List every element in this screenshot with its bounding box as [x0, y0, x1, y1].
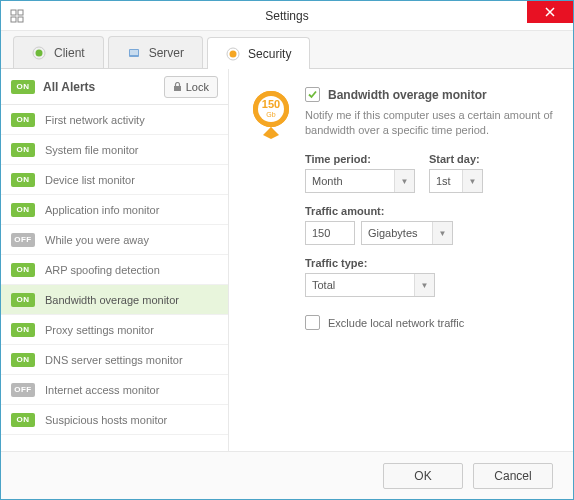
sidebar-item[interactable]: ONApplication info monitor	[1, 195, 228, 225]
traffic-unit-value: Gigabytes	[368, 227, 418, 239]
svg-rect-7	[130, 50, 138, 55]
item-label: Device list monitor	[45, 174, 135, 186]
tab-label: Security	[248, 47, 291, 61]
item-toggle[interactable]: ON	[11, 413, 35, 427]
item-toggle[interactable]: OFF	[11, 383, 35, 397]
sidebar: ON All Alerts Lock ONFirst network activ…	[1, 69, 229, 451]
item-label: Suspicious hosts monitor	[45, 414, 167, 426]
sidebar-item[interactable]: ONARP spoofing detection	[1, 255, 228, 285]
chevron-down-icon: ▼	[462, 170, 482, 192]
tab-client[interactable]: Client	[13, 36, 104, 68]
exclude-label: Exclude local network traffic	[328, 317, 464, 329]
detail-panel: 150 Gb Bandwidth overage monitor Notify …	[229, 69, 573, 451]
tab-label: Client	[54, 46, 85, 60]
enable-label: Bandwidth overage monitor	[328, 88, 487, 102]
item-label: Application info monitor	[45, 204, 159, 216]
sidebar-item[interactable]: ONDNS server settings monitor	[1, 345, 228, 375]
content-area: ON All Alerts Lock ONFirst network activ…	[1, 69, 573, 451]
traffic-amount-label: Traffic amount:	[305, 205, 553, 217]
sidebar-item[interactable]: ONDevice list monitor	[1, 165, 228, 195]
close-button[interactable]	[527, 1, 573, 23]
svg-point-5	[36, 49, 43, 56]
svg-rect-1	[18, 10, 23, 15]
svg-text:Gb: Gb	[266, 111, 275, 118]
sidebar-item[interactable]: ONProxy settings monitor	[1, 315, 228, 345]
all-alerts-toggle[interactable]: ON	[11, 80, 35, 94]
sidebar-item[interactable]: ONBandwidth overage monitor	[1, 285, 228, 315]
window-title: Settings	[1, 9, 573, 23]
item-toggle[interactable]: ON	[11, 323, 35, 337]
item-toggle[interactable]: ON	[11, 143, 35, 157]
all-alerts-label: All Alerts	[43, 80, 156, 94]
svg-text:150: 150	[262, 98, 280, 110]
chevron-down-icon: ▼	[394, 170, 414, 192]
lock-label: Lock	[186, 81, 209, 93]
security-icon	[226, 47, 240, 61]
sidebar-list[interactable]: ONFirst network activityONSystem file mo…	[1, 105, 228, 451]
sidebar-item[interactable]: ONSystem file monitor	[1, 135, 228, 165]
traffic-amount-input[interactable]	[305, 221, 355, 245]
detail-form: Time period: Month ▼ Start day: 1st ▼	[249, 153, 553, 336]
item-toggle[interactable]: ON	[11, 353, 35, 367]
sidebar-header: ON All Alerts Lock	[1, 69, 228, 105]
client-icon	[32, 46, 46, 60]
svg-rect-10	[174, 86, 181, 91]
detail-description: Notify me if this computer uses a certai…	[305, 108, 553, 138]
svg-rect-2	[11, 17, 16, 22]
chevron-down-icon: ▼	[432, 222, 452, 244]
item-toggle[interactable]: OFF	[11, 233, 35, 247]
titlebar: Settings	[1, 1, 573, 31]
svg-rect-0	[11, 10, 16, 15]
item-label: First network activity	[45, 114, 145, 126]
svg-point-9	[230, 50, 237, 57]
settings-window: Settings Client Server Security ON All A…	[0, 0, 574, 500]
sidebar-item[interactable]: ONSuspicious hosts monitor	[1, 405, 228, 435]
check-icon	[307, 89, 318, 100]
traffic-type-label: Traffic type:	[305, 257, 553, 269]
item-toggle[interactable]: ON	[11, 293, 35, 307]
start-day-value: 1st	[436, 175, 451, 187]
item-toggle[interactable]: ON	[11, 173, 35, 187]
svg-rect-3	[18, 17, 23, 22]
item-label: DNS server settings monitor	[45, 354, 183, 366]
chevron-down-icon: ▼	[414, 274, 434, 296]
exclude-checkbox[interactable]	[305, 315, 320, 330]
time-period-value: Month	[312, 175, 343, 187]
detail-header: 150 Gb Bandwidth overage monitor Notify …	[249, 87, 553, 143]
item-toggle[interactable]: ON	[11, 263, 35, 277]
bandwidth-badge-icon: 150 Gb	[249, 87, 293, 143]
time-period-label: Time period:	[305, 153, 415, 165]
item-label: While you were away	[45, 234, 149, 246]
sidebar-item[interactable]: OFFWhile you were away	[1, 225, 228, 255]
tab-security[interactable]: Security	[207, 37, 310, 69]
sidebar-item[interactable]: ONFirst network activity	[1, 105, 228, 135]
start-day-select[interactable]: 1st ▼	[429, 169, 483, 193]
app-icon	[9, 8, 25, 24]
start-day-label: Start day:	[429, 153, 483, 165]
tab-label: Server	[149, 46, 184, 60]
traffic-unit-select[interactable]: Gigabytes ▼	[361, 221, 453, 245]
tab-server[interactable]: Server	[108, 36, 203, 68]
item-toggle[interactable]: ON	[11, 203, 35, 217]
traffic-type-value: Total	[312, 279, 335, 291]
sidebar-item[interactable]: OFFInternet access monitor	[1, 375, 228, 405]
lock-button[interactable]: Lock	[164, 76, 218, 98]
server-icon	[127, 46, 141, 60]
cancel-button[interactable]: Cancel	[473, 463, 553, 489]
detail-head-text: Bandwidth overage monitor Notify me if t…	[305, 87, 553, 143]
item-toggle[interactable]: ON	[11, 113, 35, 127]
tabbar: Client Server Security	[1, 31, 573, 69]
item-label: Proxy settings monitor	[45, 324, 154, 336]
item-label: Bandwidth overage monitor	[45, 294, 179, 306]
footer: OK Cancel	[1, 451, 573, 499]
time-period-select[interactable]: Month ▼	[305, 169, 415, 193]
traffic-type-select[interactable]: Total ▼	[305, 273, 435, 297]
lock-icon	[173, 82, 182, 92]
enable-checkbox[interactable]	[305, 87, 320, 102]
item-label: System file monitor	[45, 144, 139, 156]
item-label: ARP spoofing detection	[45, 264, 160, 276]
ok-button[interactable]: OK	[383, 463, 463, 489]
item-label: Internet access monitor	[45, 384, 159, 396]
close-icon	[545, 7, 555, 17]
